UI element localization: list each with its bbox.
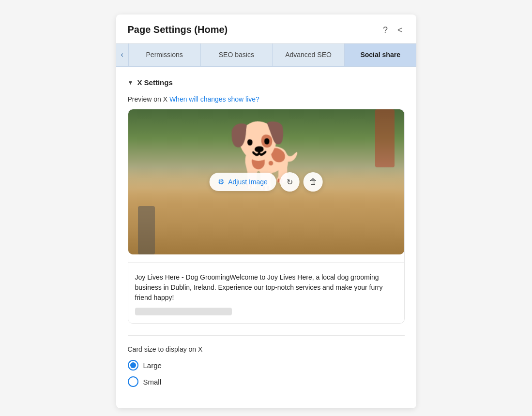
card-size-label: Card size to display on X — [128, 345, 405, 353]
adjust-icon: ⚙ — [218, 178, 224, 186]
adjust-image-button[interactable]: ⚙ Adjust Image — [209, 173, 276, 191]
panel-content: ▼ X Settings Preview on X When will chan… — [116, 67, 416, 408]
preview-link[interactable]: When will changes show live? — [169, 95, 259, 103]
tabs-container: ‹ Permissions SEO basics Advanced SEO So… — [116, 44, 416, 67]
section-title: X Settings — [137, 78, 172, 87]
radio-small-label: Small — [143, 378, 162, 386]
help-button[interactable]: ? — [381, 25, 390, 35]
divider — [128, 335, 405, 336]
refresh-icon: ↻ — [287, 178, 293, 187]
image-preview-container: 🐕 ⚙ Adjust Image ↻ 🗑 — [128, 109, 404, 254]
tab-advanced-seo[interactable]: Advanced SEO — [273, 44, 345, 66]
back-button[interactable]: < — [395, 25, 405, 35]
delete-image-button[interactable]: 🗑 — [304, 172, 323, 192]
header-icons: ? < — [381, 25, 405, 35]
radio-small-circle[interactable] — [128, 376, 138, 387]
tab-social-share[interactable]: Social share — [345, 44, 416, 66]
radio-small[interactable]: Small — [128, 376, 405, 387]
radio-large[interactable]: Large — [128, 360, 405, 371]
radio-large-circle[interactable] — [128, 360, 138, 371]
preview-card-wrapper: 🐕 ⚙ Adjust Image ↻ 🗑 — [128, 109, 405, 324]
trash-icon: 🗑 — [309, 178, 317, 186]
tab-prev-button[interactable]: ‹ — [116, 44, 129, 66]
preview-card-content: Joy Lives Here - Dog GroomingWelcome to … — [128, 262, 404, 323]
section-header: ▼ X Settings — [128, 78, 405, 87]
bg-person-2 — [138, 206, 155, 254]
bg-person-1 — [375, 109, 395, 167]
panel-title: Page Settings (Home) — [128, 24, 228, 35]
image-overlay-buttons: ⚙ Adjust Image ↻ 🗑 — [209, 172, 323, 192]
panel-header: Page Settings (Home) ? < — [116, 15, 416, 44]
refresh-image-button[interactable]: ↻ — [280, 172, 300, 192]
preview-card-url — [135, 308, 232, 315]
preview-card-text: Joy Lives Here - Dog GroomingWelcome to … — [135, 267, 397, 305]
section-toggle-icon[interactable]: ▼ — [128, 79, 134, 86]
tab-seo-basics[interactable]: SEO basics — [201, 44, 273, 66]
tab-permissions[interactable]: Permissions — [129, 44, 201, 66]
page-settings-panel: Page Settings (Home) ? < ‹ Permissions S… — [116, 15, 416, 408]
tabs-list: Permissions SEO basics Advanced SEO Soci… — [129, 44, 416, 66]
preview-label: Preview on X When will changes show live… — [128, 95, 405, 103]
radio-large-label: Large — [143, 361, 162, 370]
